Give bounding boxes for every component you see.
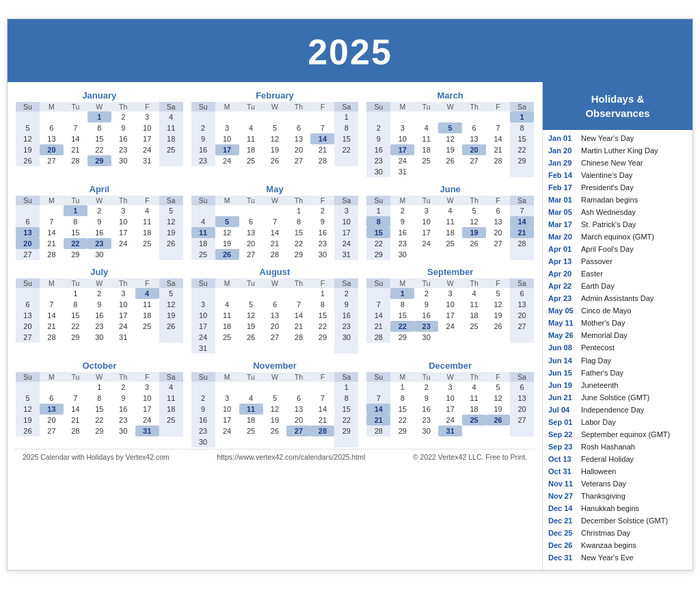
month-march: March Su M Tu W Th F Sa	[365, 89, 535, 179]
table-cell: 3	[135, 112, 159, 122]
holiday-date: Jun 08	[548, 342, 581, 354]
sidebar-list-item: Apr 23Admin Assistants Day	[548, 293, 687, 304]
holiday-date: Jul 04	[548, 404, 581, 416]
holiday-name: Chinese New Year	[581, 157, 643, 169]
table-cell: 7	[64, 122, 88, 133]
sidebar-list-item: Apr 22Earth Day	[548, 280, 687, 292]
holiday-date: Apr 20	[548, 268, 581, 280]
holiday-date: Sep 23	[548, 441, 581, 453]
table-cell: 1	[88, 112, 111, 122]
month-title-january: January	[16, 90, 183, 101]
month-table-september: Su M Tu W Th F Sa 1 2 3	[366, 278, 534, 343]
month-table-august: Su M Tu W Th F Sa	[191, 278, 359, 354]
month-january: January Su M Tu W Th F Sa	[14, 89, 185, 179]
holiday-name: December Solstice (GMT)	[581, 515, 668, 527]
title-bar: 2025	[8, 19, 692, 82]
holiday-date: Dec 25	[548, 527, 581, 539]
footer: 2025 Calendar with Holidays by Vertex42.…	[14, 449, 535, 464]
sidebar-list-item: Jun 15Father's Day	[548, 367, 687, 379]
sidebar-header: Holidays &Observances	[543, 82, 692, 130]
table-cell	[40, 112, 64, 122]
table-cell: 19	[16, 144, 40, 155]
month-table-march: Su M Tu W Th F Sa	[366, 102, 534, 177]
holiday-name: Federal Holiday	[581, 454, 634, 465]
table-cell: 29	[88, 155, 111, 166]
holiday-name: Memorial Day	[581, 330, 628, 341]
sidebar-list-item: Dec 21December Solstice (GMT)	[548, 515, 687, 527]
table-cell: 24	[135, 144, 159, 155]
month-table-october: Su M Tu W Th F Sa 1	[16, 372, 183, 436]
table-cell: 4	[159, 112, 183, 122]
holiday-date: May 05	[548, 305, 581, 317]
holiday-name: Ash Wednesday	[581, 207, 636, 218]
month-february: February Su M Tu W Th F Sa	[190, 89, 360, 179]
holiday-date: Apr 01	[548, 244, 581, 255]
sidebar-list-item: Jul 04Independence Day	[548, 404, 687, 416]
holiday-date: Jun 19	[548, 380, 581, 391]
calendars-grid: January Su M Tu W Th F Sa	[14, 89, 535, 449]
holiday-date: Mar 01	[548, 194, 581, 206]
month-title-august: August	[191, 267, 359, 277]
sidebar-list-item: Jun 21June Solstice (GMT)	[548, 392, 687, 404]
calendar-container: 2025 January Su M Tu W Th F Sa	[7, 18, 693, 571]
table-cell: 8	[88, 122, 111, 133]
holiday-name: April Fool's Day	[581, 244, 634, 255]
sidebar-list-item: Mar 20March equinox (GMT)	[548, 231, 687, 243]
holiday-date: May 11	[548, 317, 581, 329]
holiday-name: September equinox (GMT)	[581, 429, 670, 441]
holiday-name: Labor Day	[581, 417, 616, 428]
holiday-date: Nov 27	[548, 490, 581, 502]
sidebar-list-item: Nov 27Thanksgiving	[548, 490, 687, 502]
sidebar-list-item: Dec 31New Year's Eve	[548, 552, 687, 564]
table-cell: 20	[40, 144, 64, 155]
month-table-february: Su M Tu W Th F Sa	[191, 102, 359, 166]
table-cell: 22	[88, 144, 111, 155]
month-title-march: March	[366, 90, 534, 101]
holiday-date: Apr 13	[548, 256, 581, 267]
table-cell: 10	[135, 122, 159, 133]
holiday-name: Pentecost	[581, 342, 615, 354]
month-may: May Su M Tu W Th F Sa	[190, 183, 360, 261]
sidebar-list-item: Feb 17President's Day	[548, 182, 687, 194]
holiday-date: Jun 15	[548, 367, 581, 379]
sidebar-list-item: May 05Cinco de Mayo	[548, 305, 687, 317]
holiday-name: Kwanzaa begins	[581, 540, 636, 551]
holiday-name: New Year's Eve	[581, 552, 634, 564]
holiday-name: New Year's Day	[581, 133, 634, 144]
table-cell: 12	[16, 133, 40, 144]
sidebar-list-item: Mar 17St. Patrick's Day	[548, 219, 687, 231]
header-m: M	[40, 102, 64, 112]
holiday-name: Cinco de Mayo	[581, 305, 631, 317]
table-cell: 13	[40, 133, 64, 144]
footer-left: 2025 Calendar with Holidays by Vertex42.…	[23, 453, 170, 461]
header-f: F	[135, 102, 159, 112]
sidebar-list-item: Dec 26Kwanzaa begins	[548, 540, 687, 551]
sidebar-list-item: Apr 01April Fool's Day	[548, 244, 687, 255]
table-cell: 28	[64, 155, 88, 166]
sidebar-list: Jan 01New Year's DayJan 20Martin Luther …	[543, 130, 692, 571]
sidebar-list-item: Oct 13Federal Holiday	[548, 454, 687, 465]
holiday-name: Easter	[581, 268, 603, 280]
table-cell: 31	[135, 155, 159, 166]
header-w: W	[88, 102, 111, 112]
sidebar-list-item: Dec 14Hanukkah begins	[548, 503, 687, 514]
sidebar-list-item: Jun 19Juneteenth	[548, 380, 687, 391]
table-cell: 15	[88, 133, 111, 144]
table-cell: 25	[159, 144, 183, 155]
holiday-date: Oct 13	[548, 454, 581, 465]
table-cell: 14	[64, 133, 88, 144]
month-table-july: Su M Tu W Th F Sa 1 2	[16, 278, 183, 343]
sidebar: Holidays &Observances Jan 01New Year's D…	[542, 82, 692, 571]
holiday-date: Nov 11	[548, 478, 581, 490]
sidebar-list-item: Feb 14Valentine's Day	[548, 170, 687, 181]
table-cell: 5	[16, 122, 40, 133]
table-cell: 27	[40, 155, 64, 166]
holiday-name: Hanukkah begins	[581, 503, 639, 514]
holiday-date: Jan 01	[548, 133, 581, 144]
holiday-date: Sep 01	[548, 417, 581, 428]
month-september: September Su M Tu W Th F Sa	[365, 265, 535, 355]
month-december: December Su M Tu W Th F Sa	[365, 359, 535, 449]
month-title-july: July	[16, 267, 183, 277]
sidebar-list-item: Mar 05Ash Wednesday	[548, 207, 687, 218]
table-cell: 6	[40, 122, 64, 133]
